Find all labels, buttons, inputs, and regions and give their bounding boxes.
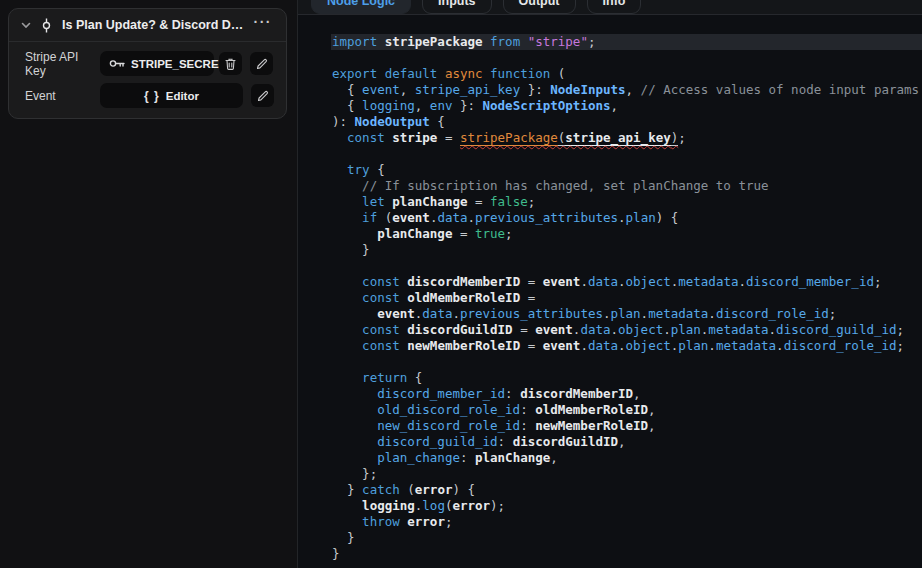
tab-output[interactable]: Output: [503, 0, 576, 14]
code-token: .: [769, 322, 777, 337]
code-token: new_discord_role_id: [377, 418, 520, 433]
code-token: object: [618, 322, 663, 337]
code-token: .: [452, 306, 460, 321]
tab-inputs[interactable]: Inputs: [422, 0, 492, 14]
code-token: import: [332, 34, 377, 49]
code-token: ;: [505, 226, 513, 241]
code-token: metadata: [678, 274, 738, 289]
code-token: default: [385, 66, 438, 81]
code-token: metadata: [648, 306, 708, 321]
code-token: .: [611, 322, 619, 337]
code-token: previous_attributes: [460, 306, 603, 321]
code-token: =: [520, 274, 543, 289]
code-token: {: [332, 82, 362, 97]
code-token: const: [362, 338, 400, 353]
code-token: metadata: [716, 338, 776, 353]
code-token: data: [588, 274, 618, 289]
node-title: Is Plan Update? & Discord D…: [62, 18, 243, 32]
code-token: const: [362, 322, 400, 337]
code-token: if: [362, 210, 377, 225]
code-token: plan_change: [377, 450, 460, 465]
code-token: {: [332, 98, 362, 113]
code-line: [298, 50, 922, 66]
code-token: catch: [362, 482, 400, 497]
event-editor-pill[interactable]: { } Editor: [100, 83, 243, 108]
code-token: ,: [648, 402, 656, 417]
code-token: ,: [648, 418, 656, 433]
pencil-icon: [256, 58, 268, 70]
code-token: return: [362, 370, 407, 385]
code-line: }: [298, 546, 922, 562]
code-token: [332, 402, 377, 417]
code-line: new_discord_role_id: newMemberRoleID,: [298, 418, 922, 434]
tab-info[interactable]: Info: [587, 0, 642, 14]
code-token: planChange: [475, 450, 550, 465]
collapse-chevron-down-icon[interactable]: [21, 22, 31, 29]
code-token: discord_role_id: [784, 338, 897, 353]
code-token: planChange: [392, 194, 467, 209]
code-token: =: [467, 194, 490, 209]
code-token: data: [580, 322, 610, 337]
code-token: metadata: [708, 322, 768, 337]
code-token: =: [520, 338, 543, 353]
code-token: oldMemberRoleID: [407, 290, 520, 305]
code-line: }: [298, 242, 922, 258]
code-token: [332, 498, 362, 513]
code-token: .: [708, 338, 716, 353]
code-token: }: [332, 546, 340, 561]
code-token: env: [430, 98, 453, 113]
code-token: event: [543, 274, 581, 289]
tab-bar: Node LogicInputsOutputInfo: [311, 0, 641, 14]
code-token: .: [738, 274, 746, 289]
code-token: [332, 450, 377, 465]
code-token: (: [550, 66, 565, 81]
edit-button[interactable]: [251, 84, 274, 107]
code-token: ;: [588, 34, 596, 49]
code-token: .: [663, 322, 671, 337]
code-token: ;: [445, 514, 453, 529]
field-row-event: Event { } Editor: [14, 83, 275, 108]
code-line: [298, 258, 922, 274]
code-line: { logging, env }: NodeScriptOptions,: [298, 98, 922, 114]
code-token: ,: [415, 98, 430, 113]
code-token: error: [407, 514, 445, 529]
tab-node-logic[interactable]: Node Logic: [311, 0, 411, 14]
node-menu-ellipsis-icon[interactable]: ···: [252, 15, 275, 35]
code-token: [332, 274, 362, 289]
code-token: .: [641, 306, 649, 321]
code-token: [377, 34, 385, 49]
code-token: previous_attributes: [475, 210, 618, 225]
code-token: export: [332, 66, 377, 81]
code-token: const: [362, 274, 400, 289]
code-token: // If subscription has changed, set plan…: [332, 178, 769, 193]
code-editor[interactable]: import stripePackage from "stripe";expor…: [298, 15, 922, 568]
code-token: {: [370, 162, 385, 177]
code-token: [332, 434, 377, 449]
code-line: [298, 146, 922, 162]
stripe-api-key-value-pill[interactable]: STRIPE_SECRE…: [100, 51, 214, 76]
edit-button[interactable]: [250, 52, 273, 75]
delete-button[interactable]: [219, 52, 242, 75]
code-token: }: [332, 482, 362, 497]
code-token: ) {: [656, 210, 679, 225]
code-token: [332, 290, 362, 305]
code-token: discordMemberID: [407, 274, 520, 289]
code-token: }:: [452, 98, 482, 113]
code-token: stripe: [392, 130, 437, 145]
code-token: [437, 66, 445, 81]
code-line: throw error;: [298, 514, 922, 530]
node-card-body: Stripe API Key STRIPE_SECRE…: [9, 42, 286, 118]
code-token: oldMemberRoleID: [535, 402, 648, 417]
code-token: {: [430, 114, 445, 129]
code-token: .: [468, 210, 476, 225]
code-line: const stripe = stripePackage(stripe_api_…: [298, 130, 922, 146]
code-token: (: [400, 482, 415, 497]
code-line: let planChange = false;: [298, 194, 922, 210]
code-token: [332, 338, 362, 353]
code-line: { event, stripe_api_key }: NodeInputs, /…: [298, 82, 922, 98]
code-token: [483, 66, 491, 81]
code-token: [332, 162, 347, 177]
code-line: if (event.data.previous_attributes.plan)…: [298, 210, 922, 226]
code-line: const discordMemberID = event.data.objec…: [298, 274, 922, 290]
code-token: [332, 322, 362, 337]
